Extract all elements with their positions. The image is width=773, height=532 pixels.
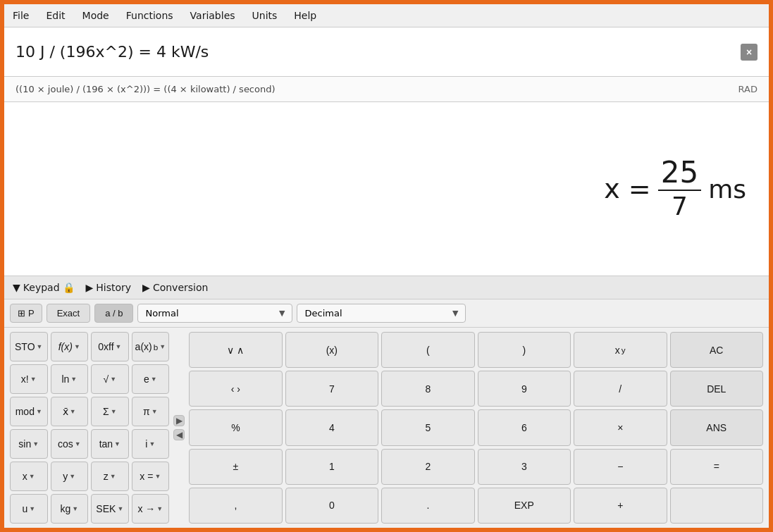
menu-mode[interactable]: Mode <box>80 8 112 23</box>
key-updown[interactable]: ∨ ∧ <box>189 332 282 368</box>
key-del[interactable]: DEL <box>670 371 763 407</box>
key-xarrow[interactable]: x →▼ <box>132 494 170 524</box>
key-x[interactable]: x▼ <box>10 462 48 491</box>
key-0[interactable]: 0 <box>285 488 378 524</box>
key-dot[interactable]: . <box>381 488 474 524</box>
key-multiply[interactable]: × <box>574 409 667 445</box>
exact-button[interactable]: Exact <box>47 304 91 323</box>
parsed-text: ((10 × joule) / (196 × (x^2))) = ((4 × k… <box>16 84 276 94</box>
key-sto[interactable]: STO▼ <box>10 332 48 361</box>
grid-label: P <box>28 308 35 318</box>
key-plus[interactable]: + <box>574 488 667 524</box>
key-sek[interactable]: SEK▼ <box>91 494 129 524</box>
result-fraction: 25 7 <box>658 156 701 221</box>
history-label: History <box>96 282 131 293</box>
key-xbar[interactable]: x̄▼ <box>51 397 89 426</box>
key-minus[interactable]: − <box>574 449 667 485</box>
key-sqrt[interactable]: √▼ <box>91 364 129 394</box>
normal-dropdown-arrow: ▼ <box>279 309 285 318</box>
normal-select[interactable]: Normal ▼ <box>137 304 292 323</box>
key-xeq[interactable]: x =▼ <box>132 462 170 491</box>
key-e[interactable]: e▼ <box>132 364 170 394</box>
menu-units[interactable]: Units <box>249 8 280 23</box>
key-comma[interactable]: , <box>189 488 282 524</box>
keypad-header: ▼ Keypad 🔒 ▶ History ▶ Conversion <box>4 276 769 299</box>
key-plusminus[interactable]: ± <box>189 449 282 485</box>
key-ln[interactable]: ln▼ <box>51 364 89 394</box>
menu-bar: File Edit Mode Functions Variables Units… <box>4 4 769 27</box>
history-toggle[interactable]: ▶ History <box>86 282 132 293</box>
history-arrow-right: ▶ <box>86 282 94 293</box>
key-9[interactable]: 9 <box>478 371 571 407</box>
key-close-paren[interactable]: ) <box>478 332 571 368</box>
conversion-toggle[interactable]: ▶ Conversion <box>142 282 208 293</box>
keypad-toggle[interactable]: ▼ Keypad 🔒 <box>13 282 75 293</box>
key-paren-x[interactable]: (x) <box>285 332 378 368</box>
key-xy[interactable]: xy <box>574 332 667 368</box>
key-open-paren[interactable]: ( <box>381 332 474 368</box>
key-0xff[interactable]: 0xff▼ <box>91 332 129 361</box>
key-exp[interactable]: EXP <box>478 488 571 524</box>
key-i[interactable]: i▼ <box>132 429 170 459</box>
key-tan[interactable]: tan▼ <box>91 429 129 459</box>
keypad-label: Keypad <box>23 282 60 293</box>
key-z[interactable]: z▼ <box>91 462 129 491</box>
function-keys: STO▼ f(x)▼ 0xff▼ a(x)b▼ x!▼ ln▼ √▼ e▼ mo… <box>10 332 169 524</box>
fraction-denominator: 7 <box>669 191 691 221</box>
key-sin[interactable]: sin▼ <box>10 429 48 459</box>
main-input[interactable] <box>16 43 741 61</box>
collapse-left-btn[interactable]: ◀ <box>173 429 185 440</box>
menu-edit[interactable]: Edit <box>43 8 68 23</box>
key-divide[interactable]: / <box>574 371 667 407</box>
grid-button[interactable]: ⊞ P <box>10 304 42 323</box>
rad-label: RAD <box>738 84 757 94</box>
key-y[interactable]: y▼ <box>51 462 89 491</box>
key-equals2[interactable] <box>670 488 763 524</box>
key-percent[interactable]: % <box>189 409 282 445</box>
key-2[interactable]: 2 <box>381 449 474 485</box>
key-7[interactable]: 7 <box>285 371 378 407</box>
menu-help[interactable]: Help <box>291 8 319 23</box>
key-u[interactable]: u▼ <box>10 494 48 524</box>
normal-label: Normal <box>145 308 178 318</box>
fraction-label: a / b <box>105 308 123 318</box>
parsed-area: ((10 × joule) / (196 × (x^2))) = ((4 × k… <box>4 77 769 102</box>
expand-right-btn[interactable]: ▶ <box>173 415 185 426</box>
key-leftright[interactable]: ‹ › <box>189 371 282 407</box>
mode-bar: ⊞ P Exact a / b Normal ▼ Decimal ▼ <box>4 299 769 328</box>
decimal-select[interactable]: Decimal ▼ <box>297 304 466 323</box>
exact-label: Exact <box>57 308 80 318</box>
keypad-arrow-down: ▼ <box>13 282 20 293</box>
key-cos[interactable]: cos▼ <box>51 429 89 459</box>
fraction-numerator: 25 <box>658 156 701 190</box>
key-fx[interactable]: f(x)▼ <box>51 332 89 361</box>
decimal-label: Decimal <box>304 308 342 318</box>
conversion-label: Conversion <box>153 282 209 293</box>
lock-icon: 🔒 <box>63 282 75 293</box>
key-mod[interactable]: mod▼ <box>10 397 48 426</box>
key-pi[interactable]: π▼ <box>132 397 170 426</box>
menu-variables[interactable]: Variables <box>187 8 238 23</box>
key-1[interactable]: 1 <box>285 449 378 485</box>
result-prefix: x = <box>604 173 650 204</box>
key-ac[interactable]: AC <box>670 332 763 368</box>
key-4[interactable]: 4 <box>285 409 378 445</box>
keypad-section: ▼ Keypad 🔒 ▶ History ▶ Conversion ⊞ P Ex… <box>4 276 769 528</box>
keys-area: STO▼ f(x)▼ 0xff▼ a(x)b▼ x!▼ ln▼ √▼ e▼ mo… <box>4 328 769 528</box>
result-unit: ms <box>708 175 746 204</box>
key-sigma[interactable]: Σ▼ <box>91 397 129 426</box>
key-5[interactable]: 5 <box>381 409 474 445</box>
menu-file[interactable]: File <box>10 8 32 23</box>
key-ans[interactable]: ANS <box>670 409 763 445</box>
menu-functions[interactable]: Functions <box>123 8 176 23</box>
key-kg[interactable]: kg▼ <box>51 494 89 524</box>
key-3[interactable]: 3 <box>478 449 571 485</box>
clear-button[interactable]: × <box>741 44 757 61</box>
fraction-button[interactable]: a / b <box>94 304 133 323</box>
grid-icon: ⊞ <box>18 308 25 318</box>
key-equals[interactable]: = <box>670 449 763 485</box>
key-axb[interactable]: a(x)b▼ <box>132 332 170 361</box>
key-8[interactable]: 8 <box>381 371 474 407</box>
key-6[interactable]: 6 <box>478 409 571 445</box>
key-factorial[interactable]: x!▼ <box>10 364 48 394</box>
